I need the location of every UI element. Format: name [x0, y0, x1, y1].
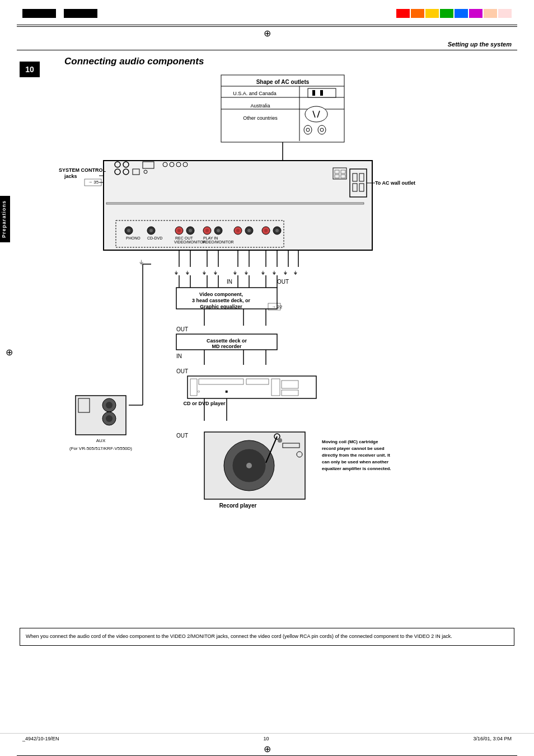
- svg-text:⏚: ⏚: [245, 270, 248, 275]
- svg-text:⏚: ⏚: [139, 258, 144, 266]
- svg-text:jacks: jacks: [64, 173, 77, 179]
- svg-point-65: [236, 229, 240, 232]
- section-title-text: Connecting audio components: [64, 56, 204, 67]
- svg-text:MD recorder: MD recorder: [212, 344, 242, 349]
- svg-text:REC OUT: REC OUT: [175, 236, 193, 240]
- marks-left: [22, 9, 97, 18]
- svg-text:equalizer amplifier is connect: equalizer amplifier is connected.: [322, 466, 391, 471]
- svg-text:OUT: OUT: [176, 368, 188, 374]
- crosshair-top: ⊕: [0, 28, 534, 39]
- aux-component: AUX (For VR-505/517/KRF-V5550D): [69, 396, 132, 451]
- svg-text:⏚: ⏚: [203, 270, 206, 275]
- svg-text:AUX: AUX: [96, 438, 106, 443]
- header-section: Setting up the system: [0, 39, 534, 48]
- svg-text:3 head cassette deck, or: 3 head cassette deck, or: [192, 298, 251, 303]
- footer-center: 10: [264, 736, 269, 741]
- top-rule-thin: [17, 26, 517, 27]
- section-label: Setting up the system: [448, 41, 512, 48]
- svg-point-150: [106, 402, 113, 408]
- svg-rect-119: [188, 376, 316, 398]
- svg-text:⏚: ⏚: [233, 270, 237, 275]
- svg-rect-45: [106, 203, 364, 204]
- crosshair-bottom: ⊕: [0, 744, 534, 754]
- svg-text:Moving coil (MC) cartridge: Moving coil (MC) cartridge: [322, 439, 378, 444]
- svg-point-47: [127, 229, 130, 232]
- page-number-tab: 10: [20, 62, 40, 77]
- bottom-note: When you connect the audio cord of the v…: [20, 628, 514, 646]
- color-mark-purple: [469, 9, 483, 18]
- footer-left: _4942/10-19/EN: [22, 736, 59, 741]
- svg-text:⏚: ⏚: [186, 270, 189, 275]
- svg-point-71: [275, 229, 279, 232]
- svg-point-11: [305, 106, 327, 122]
- svg-text:Australia: Australia: [250, 103, 270, 109]
- svg-text:OUT: OUT: [176, 326, 188, 332]
- svg-rect-20: [104, 161, 372, 250]
- svg-text:○: ○: [198, 389, 200, 394]
- receiver-unit: SYSTEM CONTROL jacks → 35: [59, 161, 415, 250]
- svg-text:VIDEO/MONITOR: VIDEO/MONITOR: [174, 240, 206, 244]
- svg-rect-8: [320, 90, 323, 96]
- top-marks: [0, 0, 534, 22]
- svg-text:IN: IN: [176, 353, 182, 359]
- svg-text:■: ■: [226, 389, 228, 394]
- svg-rect-0: [221, 75, 344, 142]
- svg-text:IN: IN: [227, 279, 232, 285]
- color-mark-peach: [484, 9, 497, 18]
- header-rule: [17, 50, 517, 50]
- svg-text:To AC wall outlet: To AC wall outlet: [375, 180, 415, 186]
- svg-rect-7: [312, 90, 315, 96]
- output-jacks-row: ⏚ ⏚ ⏚ ⏚ ⏚ ⏚ ⏚ ⏚ ⏚ ⏚: [139, 250, 298, 275]
- page-number: 10: [25, 65, 34, 74]
- preparations-sidebar: Preparations: [0, 196, 10, 242]
- svg-text:Record player: Record player: [219, 503, 257, 509]
- svg-text:CD-DVD: CD-DVD: [147, 236, 162, 240]
- svg-point-134: [246, 463, 252, 468]
- svg-point-15: [304, 125, 312, 134]
- bottom-note-text: When you connect the audio cord of the v…: [26, 633, 452, 639]
- color-mark-blue: [455, 9, 468, 18]
- svg-rect-147: [76, 396, 126, 435]
- ac-outlets-table: Shape of AC outlets U.S.A. and Canada Au…: [221, 75, 344, 142]
- svg-text:PLAY IN: PLAY IN: [203, 236, 218, 240]
- svg-point-67: [247, 229, 251, 232]
- svg-text:⏚: ⏚: [261, 270, 265, 275]
- svg-point-61: [217, 229, 220, 232]
- svg-text:⏚: ⏚: [273, 270, 276, 275]
- svg-text:Video component,: Video component,: [199, 292, 243, 297]
- svg-text:U.S.A. and Canada: U.S.A. and Canada: [233, 91, 277, 96]
- svg-text:Other countries: Other countries: [243, 115, 278, 121]
- svg-text:→ 22: → 22: [271, 304, 283, 309]
- svg-text:⏚: ⏚: [294, 270, 297, 275]
- svg-text:can only be used when another: can only be used when another: [322, 459, 388, 464]
- svg-text:⏚: ⏚: [214, 270, 217, 275]
- svg-text:Shape of AC outlets: Shape of AC outlets: [256, 79, 310, 85]
- section-title: Connecting audio components: [64, 56, 514, 67]
- crosshair-left: ⊕: [6, 347, 13, 358]
- footer-right: 3/16/01, 3:04 PM: [473, 736, 512, 741]
- color-mark-yellow: [425, 9, 439, 18]
- svg-text:Cassette deck or: Cassette deck or: [207, 338, 247, 344]
- svg-text:VIDEO/MONITOR: VIDEO/MONITOR: [202, 240, 234, 244]
- svg-text:record player cannot be used: record player cannot be used: [322, 446, 385, 451]
- svg-point-17: [318, 125, 326, 134]
- color-mark-pink: [498, 9, 512, 18]
- svg-text:OUT: OUT: [277, 279, 289, 285]
- svg-text:PHONO: PHONO: [126, 236, 140, 240]
- svg-text:Graphic equalizer: Graphic equalizer: [200, 304, 242, 309]
- color-mark-green: [440, 9, 453, 18]
- record-player-illustration: [204, 432, 305, 499]
- color-mark-orange: [411, 9, 424, 18]
- svg-point-137: [278, 438, 282, 443]
- main-diagram: Shape of AC outlets U.S.A. and Canada Au…: [31, 74, 512, 622]
- mark-black-2: [64, 9, 97, 18]
- svg-point-50: [149, 229, 153, 232]
- svg-point-55: [189, 229, 192, 232]
- svg-point-152: [106, 415, 113, 422]
- svg-text:⏚: ⏚: [284, 270, 287, 275]
- marks-right: [396, 9, 512, 18]
- svg-text:→ 35: → 35: [88, 180, 99, 185]
- svg-text:(For VR-505/517/KRF-V5550D): (For VR-505/517/KRF-V5550D): [69, 446, 132, 451]
- svg-point-69: [264, 229, 268, 232]
- svg-text:OUT: OUT: [176, 433, 188, 439]
